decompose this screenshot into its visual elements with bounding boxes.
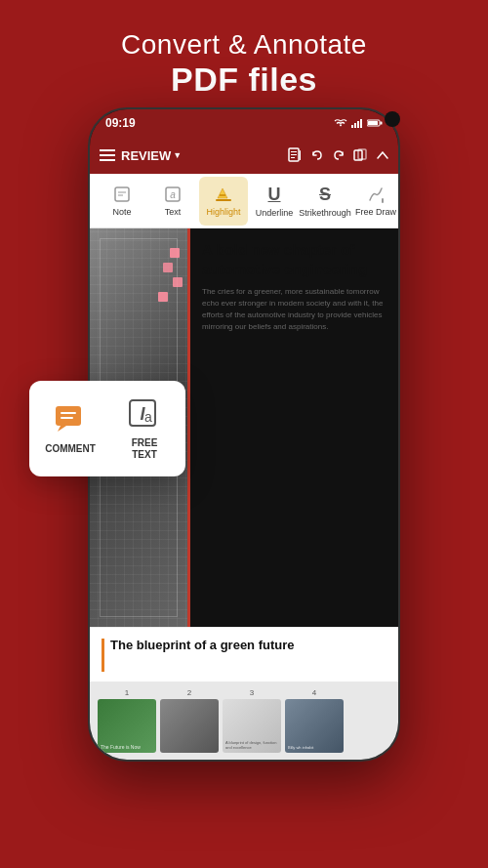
thumb-text-4: Billy wh inhabit — [288, 745, 341, 750]
pdf-bottom-section: The blueprint of a green future — [90, 627, 398, 682]
svg-text:a: a — [144, 409, 152, 425]
header-line1: Convert & Annotate — [20, 29, 468, 61]
dropdown-arrow: ▼ — [173, 150, 182, 160]
page-icon[interactable] — [287, 147, 303, 163]
sticky-note-4 — [158, 292, 168, 302]
svg-marker-20 — [58, 426, 66, 432]
thumbnail-strip: 1 The Future is Now 2 3 A blueprint of d… — [90, 682, 398, 760]
toolbar-right — [287, 147, 388, 163]
sticky-note-3 — [173, 277, 183, 287]
svg-rect-2 — [357, 121, 359, 128]
thumb-img-4: Billy wh inhabit — [285, 699, 344, 753]
svg-rect-6 — [368, 121, 378, 125]
note-label: Note — [112, 207, 131, 217]
freedraw-icon — [366, 185, 386, 204]
chevron-up-icon[interactable] — [377, 151, 388, 159]
multipage-icon[interactable] — [353, 148, 369, 162]
header-line2: PDF files — [20, 61, 468, 99]
freetext-popup-label: FREETEXT — [132, 437, 158, 461]
review-label[interactable]: REVIEW ▼ — [121, 148, 182, 163]
status-time: 09:19 — [105, 116, 136, 130]
redo-icon[interactable] — [332, 148, 346, 162]
thumb-num-2: 2 — [187, 688, 191, 697]
review-toolbar: REVIEW ▼ — [90, 137, 398, 174]
highlight-icon — [213, 185, 234, 204]
freetext-popup-icon: I a — [127, 396, 162, 432]
thumbnail-2[interactable]: 2 — [160, 688, 219, 753]
status-icons — [334, 118, 383, 128]
annotation-underline[interactable]: U Underline — [250, 177, 299, 226]
thumb-img-1: The Future is Now — [98, 699, 156, 753]
annotation-freedraw[interactable]: Free Draw — [351, 177, 398, 226]
thumbnail-3[interactable]: 3 A blueprint of design, function and ex… — [223, 688, 281, 753]
sticky-note-2 — [163, 263, 173, 272]
underline-label: Underline — [256, 208, 294, 218]
battery-icon — [367, 118, 383, 128]
strikethrough-symbol: S — [319, 185, 331, 205]
signal-icon — [351, 118, 363, 128]
svg-rect-10 — [291, 157, 295, 158]
svg-rect-17 — [216, 199, 231, 201]
blueprint-title: The blueprint of a green future — [102, 638, 386, 672]
annotation-note[interactable]: Note — [98, 177, 146, 226]
annotation-popup: COMMENT I a FREETEXT — [29, 381, 185, 476]
camera-notch — [385, 111, 400, 127]
text-label: Text — [165, 207, 182, 217]
blueprint-accent-bar — [102, 639, 104, 672]
thumbnail-1[interactable]: 1 The Future is Now — [98, 688, 156, 753]
comment-popup-label: COMMENT — [45, 443, 96, 455]
underline-symbol: U — [268, 185, 281, 205]
annotation-bar: Note a Text Highlight — [90, 174, 398, 228]
toolbar-left: REVIEW ▼ — [100, 148, 279, 163]
thumb-text-3: A blueprint of design, function and exce… — [225, 740, 278, 750]
svg-rect-11 — [300, 150, 301, 160]
pdf-text-content: A bold new chapter of automotive enginee… — [190, 228, 398, 627]
popup-freetext[interactable]: I a FREETEXT — [115, 396, 174, 461]
thumb-img-3: A blueprint of design, function and exce… — [223, 699, 281, 753]
app-header: Convert & Annotate PDF files — [0, 0, 488, 118]
svg-rect-0 — [351, 125, 353, 128]
thumb-num-4: 4 — [312, 688, 316, 697]
text-icon: a — [163, 185, 183, 204]
annotation-strikethrough[interactable]: S Strikethrough — [301, 177, 349, 226]
svg-rect-5 — [381, 122, 383, 125]
svg-rect-3 — [360, 119, 362, 128]
thumbnail-4[interactable]: 4 Billy wh inhabit — [285, 688, 344, 753]
pdf-main-title: A bold new chapter of automotive enginee… — [202, 240, 386, 278]
annotation-text[interactable]: a Text — [148, 177, 197, 226]
svg-rect-8 — [291, 151, 297, 152]
annotation-highlight[interactable]: Highlight — [199, 177, 248, 226]
svg-rect-14 — [115, 187, 129, 201]
wifi-icon — [334, 118, 347, 128]
note-icon — [112, 185, 132, 204]
strikethrough-label: Strikethrough — [299, 208, 351, 218]
blueprint-text: The blueprint of a green future — [110, 638, 295, 652]
thumb-num-1: 1 — [125, 688, 129, 697]
pdf-body-text: The cries for a greener, more sustainabl… — [202, 286, 386, 333]
svg-rect-19 — [56, 406, 81, 426]
svg-rect-9 — [291, 154, 297, 155]
sticky-note-1 — [170, 248, 180, 258]
undo-icon[interactable] — [310, 148, 324, 162]
freedraw-label: Free Draw — [355, 207, 396, 217]
hamburger-menu[interactable] — [100, 149, 115, 161]
highlight-label: Highlight — [206, 207, 240, 217]
comment-popup-icon — [53, 402, 88, 437]
thumb-img-2 — [160, 699, 219, 753]
popup-comment[interactable]: COMMENT — [41, 402, 100, 455]
svg-rect-1 — [354, 123, 356, 128]
svg-text:a: a — [170, 189, 176, 200]
thumb-text-1: The Future is Now — [101, 744, 153, 751]
status-bar: 09:19 — [90, 109, 398, 137]
thumb-num-3: 3 — [250, 688, 254, 697]
